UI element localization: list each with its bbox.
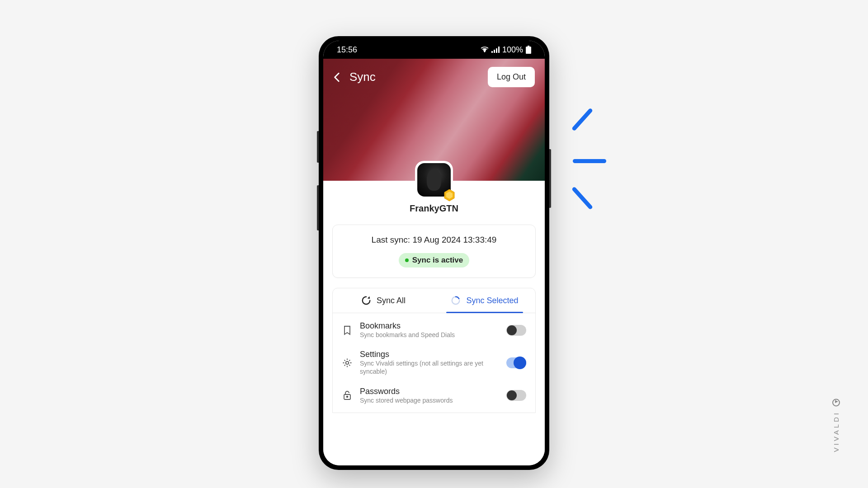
item-subtitle: Sync stored webpage passwords	[360, 396, 499, 404]
list-item[interactable]: Bookmarks Sync bookmarks and Speed Dials	[337, 316, 531, 344]
item-title: Passwords	[360, 387, 499, 396]
battery-icon	[526, 46, 531, 54]
phone-frame: 15:56 100% Sync Log Out	[319, 36, 549, 470]
svg-rect-5	[528, 46, 529, 47]
tab-sync-selected[interactable]: Sync Selected	[434, 288, 535, 313]
svg-point-11	[347, 396, 348, 398]
brand-watermark: VIVALDI ▶	[832, 399, 840, 452]
svg-rect-4	[498, 47, 500, 53]
svg-rect-6	[526, 47, 531, 54]
lock-icon	[342, 390, 353, 401]
wifi-icon	[481, 47, 489, 53]
toggle-bookmarks[interactable]	[506, 325, 526, 336]
status-dot-icon	[405, 258, 409, 262]
battery-percent: 100%	[502, 45, 523, 55]
avatar[interactable]	[415, 161, 453, 199]
toggle-passwords[interactable]	[506, 390, 526, 401]
signal-icon	[491, 47, 500, 53]
sync-header: Sync Log Out	[323, 59, 545, 181]
phone-volume-button	[317, 185, 319, 230]
svg-point-0	[484, 51, 485, 52]
last-sync-text: Last sync: 19 Aug 2024 13:33:49	[341, 235, 527, 245]
phone-power-button	[549, 149, 551, 208]
tab-sync-all[interactable]: Sync All	[333, 288, 434, 313]
tab-label: Sync All	[377, 296, 406, 305]
list-item[interactable]: Settings Sync Vivaldi settings (not all …	[337, 344, 531, 381]
item-title: Settings	[360, 350, 499, 359]
svg-point-9	[346, 361, 349, 364]
brand-text: VIVALDI	[832, 411, 840, 452]
sync-options-card: Sync All Sync Selected Bookmarks Sy	[332, 288, 536, 413]
sync-active-label: Sync is active	[412, 256, 463, 265]
item-subtitle: Sync bookmarks and Speed Dials	[360, 331, 499, 339]
list-item[interactable]: Passwords Sync stored webpage passwords	[337, 381, 531, 410]
item-subtitle: Sync Vivaldi settings (not all settings …	[360, 359, 499, 375]
status-bar: 15:56 100%	[323, 41, 545, 59]
svg-rect-2	[494, 50, 495, 53]
brand-play-icon: ▶	[832, 399, 840, 406]
sync-status-card: Last sync: 19 Aug 2024 13:33:49 Sync is …	[332, 225, 536, 278]
item-title: Bookmarks	[360, 321, 499, 331]
toggle-settings[interactable]	[506, 357, 526, 368]
back-icon[interactable]	[331, 71, 343, 83]
sync-active-pill: Sync is active	[399, 253, 469, 267]
bookmark-icon	[342, 325, 353, 336]
username: FrankyGTN	[323, 203, 545, 214]
status-time: 15:56	[337, 45, 357, 55]
tab-label: Sync Selected	[466, 296, 518, 305]
logout-button[interactable]: Log Out	[488, 67, 535, 87]
svg-rect-1	[491, 51, 493, 53]
svg-rect-3	[496, 48, 497, 53]
sync-selected-icon	[451, 296, 461, 305]
page-title: Sync	[349, 70, 376, 84]
phone-volume-button	[317, 131, 319, 163]
profile-badge-icon	[443, 189, 456, 202]
gear-icon	[342, 357, 353, 368]
sync-all-icon	[361, 296, 371, 305]
